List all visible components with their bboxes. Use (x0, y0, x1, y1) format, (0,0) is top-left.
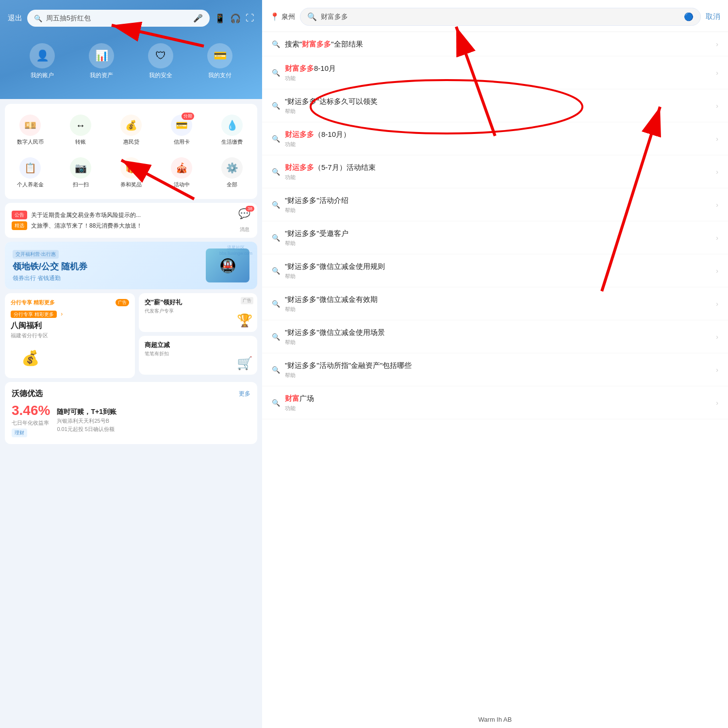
service-all[interactable]: ⚙️ 全部 (207, 153, 257, 192)
result-item-5[interactable]: 🔍 "财运多多"活动介绍 帮助 › (262, 188, 728, 221)
search-bar-left[interactable]: 🔍 周五抽5折红包 🎤 (27, 10, 210, 27)
right-panel: 📍 泉州 🔍 财富多多 🔵 取消 🔍 搜索"财富多多"全部结果 › (262, 0, 728, 728)
result-arrow-5: › (716, 201, 718, 209)
service-loan[interactable]: 💰 惠民贷 (106, 111, 156, 149)
result-arrow-11: › (716, 399, 718, 407)
service-pension[interactable]: 📋 个人养老金 (5, 153, 55, 192)
pay-label: 我的支付 (208, 71, 232, 80)
result-content-8: "财运多多"微信立减金有效期 帮助 (285, 294, 711, 313)
result-item-7[interactable]: 🔍 "财运多多"微信立减金使用规则 帮助 › (262, 254, 728, 287)
right-header: 📍 泉州 🔍 财富多多 🔵 取消 (262, 0, 728, 32)
exit-button[interactable]: 退出 (8, 14, 22, 23)
screen-share-icon[interactable]: 📱 (215, 13, 225, 24)
headphone-icon[interactable]: 🎧 (230, 13, 241, 24)
result-main-6: "财运多多"受邀客户 (285, 228, 711, 238)
credit-icon: 💳 分期 (171, 115, 192, 136)
result-left-1: 🔍 财富多多8-10月 功能 (272, 63, 711, 82)
result-item-10[interactable]: 🔍 "财运多多"活动所指"金融资产"包括哪些 帮助 › (262, 353, 728, 386)
banner-section[interactable]: 交开福利营·出行惠 领地铁/公交 随机券 领券出行 省钱通勤 🚇 流星社区 bb… (5, 242, 257, 289)
result-item-3[interactable]: 🔍 财运多多（8-10月） 功能 › (262, 122, 728, 155)
result-item-9[interactable]: 🔍 "财运多多"微信立减金使用场景 帮助 › (262, 320, 728, 353)
result-tag-6: 帮助 (285, 240, 711, 247)
result-arrow-3: › (716, 135, 718, 143)
message-wrap[interactable]: 💬 38 消息 (238, 208, 250, 233)
result-main-10: "财运多多"活动所指"金融资产"包括哪些 (285, 360, 711, 370)
service-credit[interactable]: 💳 分期 信用卡 (156, 111, 207, 149)
service-coupon-label: 券和奖品 (120, 181, 142, 188)
result-left-10: 🔍 "财运多多"活动所指"金融资产"包括哪些 帮助 (272, 360, 711, 379)
result-icon-10: 🔍 (272, 366, 280, 374)
voice-icon[interactable]: 🎤 (193, 14, 203, 23)
result-item-4[interactable]: 🔍 财运多多（5-7月）活动结束 功能 › (262, 155, 728, 188)
result-item-8[interactable]: 🔍 "财运多多"微信立减金有效期 帮助 › (262, 287, 728, 320)
result-main-2: "财运多多"达标多久可以领奖 (285, 96, 711, 106)
card-right-top[interactable]: 广告 交"薪"领好礼 代发客户专享 🏆 (139, 293, 257, 332)
quick-item-account[interactable]: 👤 我的账户 (13, 38, 72, 84)
result-left-4: 🔍 财运多多（5-7月）活动结束 功能 (272, 162, 711, 181)
result-tag-1: 功能 (285, 75, 711, 82)
search-value: 财富多多 (321, 13, 680, 21)
result-tag-5: 帮助 (285, 207, 711, 214)
service-activity-label: 活动中 (174, 181, 190, 188)
rate-label: 七日年化收益率 (12, 419, 50, 427)
location-wrap: 📍 泉州 (270, 12, 295, 21)
service-digital-rmb[interactable]: 💴 数字人民币 (5, 111, 55, 149)
result-item-6[interactable]: 🔍 "财运多多"受邀客户 帮助 › (262, 221, 728, 254)
result-main-5: "财运多多"活动介绍 (285, 195, 711, 205)
fullscreen-icon[interactable]: ⛶ (246, 13, 254, 24)
result-main-9: "财运多多"微信立减金使用场景 (285, 327, 711, 337)
product-title: 随时可赎，T+1到账 (57, 408, 250, 416)
rate-number: 3.46% (12, 403, 50, 418)
result-left-0: 🔍 搜索"财富多多"全部结果 (272, 39, 711, 49)
result-content-6: "财运多多"受邀客户 帮助 (285, 228, 711, 247)
result-left-9: 🔍 "财运多多"微信立减金使用场景 帮助 (272, 327, 711, 346)
quick-menu: 👤 我的账户 📊 我的资产 🛡 我的安全 💳 我的支付 (8, 38, 254, 84)
quick-item-assets[interactable]: 📊 我的资产 (72, 38, 131, 84)
account-label: 我的账户 (31, 71, 54, 80)
card-left-main[interactable]: 分行专享 精彩更多 广告 分行专享 精彩更多 › 八闽福利 福建省分行专区 💰 (5, 293, 135, 378)
quick-item-security[interactable]: 🛡 我的安全 (131, 38, 190, 84)
result-search-all[interactable]: 🔍 搜索"财富多多"全部结果 › (262, 32, 728, 56)
result-main-8: "财运多多"微信立减金有效期 (285, 294, 711, 304)
card-right-top-sub: 代发客户专享 (145, 308, 251, 314)
service-utility[interactable]: 💧 生活缴费 (207, 111, 257, 149)
result-left-6: 🔍 "财运多多"受邀客户 帮助 (272, 228, 711, 247)
service-row-2: 📋 个人养老金 📷 扫一扫 🎁 券和奖品 🎪 活动中 ⚙️ 全部 (5, 151, 257, 194)
result-item-2[interactable]: 🔍 "财运多多"达标多久可以领奖 帮助 › (262, 89, 728, 122)
wode-rate-block: 3.46% 七日年化收益率 理财 (12, 403, 50, 437)
result-left-5: 🔍 "财运多多"活动介绍 帮助 (272, 195, 711, 214)
utility-icon: 💧 (221, 115, 243, 136)
all-icon: ⚙️ (221, 157, 243, 179)
result-item-1[interactable]: 🔍 财富多多8-10月 功能 › (262, 56, 728, 89)
card-left-subtitle: 福建省分行专区 (11, 332, 129, 339)
service-coupon[interactable]: 🎁 券和奖品 (106, 153, 156, 192)
result-left-2: 🔍 "财运多多"达标多久可以领奖 帮助 (272, 96, 711, 115)
service-scan[interactable]: 📷 扫一扫 (55, 153, 106, 192)
result-tag-11: 功能 (285, 405, 711, 412)
location-icon: 📍 (270, 12, 280, 21)
result-icon-8: 🔍 (272, 300, 280, 308)
notice-section: 公告 关于近期贵金属交易业务市场风险提示的... 精选 文旅季、清凉节来了！88… (5, 203, 257, 238)
result-main-4: 财运多多（5-7月）活动结束 (285, 162, 711, 172)
search-bar-right[interactable]: 🔍 财富多多 🔵 (300, 8, 701, 26)
result-main-11: 财富广场 (285, 393, 711, 403)
card-left-title: 八闽福利 (11, 321, 129, 331)
result-item-11[interactable]: 🔍 财富广场 功能 › (262, 386, 728, 419)
voice-icon-right[interactable]: 🔵 (684, 12, 694, 21)
banner-content: 交开福利营·出行惠 领地铁/公交 随机券 领券出行 省钱通勤 (13, 249, 206, 282)
quick-item-pay[interactable]: 💳 我的支付 (190, 38, 249, 84)
service-activity[interactable]: 🎪 活动中 (156, 153, 207, 192)
service-transfer[interactable]: ↔️ 转账 (55, 111, 106, 149)
card-right-bottom[interactable]: 商超立减 笔笔有折扣 🛒 (139, 336, 257, 375)
banner-inner: 交开福利营·出行惠 领地铁/公交 随机券 领券出行 省钱通勤 🚇 流星社区 bb… (5, 242, 257, 289)
search-icon: 🔍 (34, 15, 42, 22)
loan-icon: 💰 (120, 115, 142, 136)
notice-text-2: 文旅季、清凉节来了！88元消费券大放送！ (31, 222, 234, 230)
result-content-4: 财运多多（5-7月）活动结束 功能 (285, 162, 711, 181)
wode-more[interactable]: 更多 (239, 390, 250, 398)
wode-header: 沃德优选 更多 (12, 389, 250, 399)
pay-icon: 💳 (207, 43, 232, 68)
result-icon-3: 🔍 (272, 135, 280, 143)
cancel-button[interactable]: 取消 (706, 12, 720, 21)
result-tag-4: 功能 (285, 174, 711, 181)
